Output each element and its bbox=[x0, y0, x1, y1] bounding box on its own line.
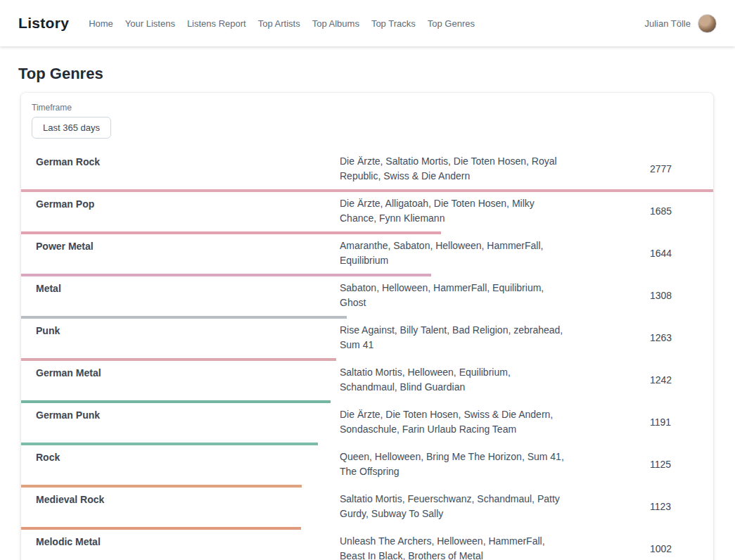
genre-name: German Metal bbox=[36, 365, 340, 381]
app-logo[interactable]: Listory bbox=[18, 15, 69, 32]
nav-item-your-listens[interactable]: Your Listens bbox=[125, 18, 175, 29]
genre-row: Melodic Metal Unleash The Archers, Hello… bbox=[21, 530, 713, 560]
genre-name: Medieval Rock bbox=[36, 492, 340, 507]
genre-name: German Pop bbox=[36, 196, 340, 212]
genre-row: Power Metal Amaranthe, Sabaton, Hellowee… bbox=[21, 234, 713, 276]
timeframe-section: Timeframe Last 365 days bbox=[21, 103, 713, 139]
genre-top-artists: Unleash The Archers, Helloween, HammerFa… bbox=[340, 534, 565, 560]
genre-listen-count: 1263 bbox=[650, 332, 699, 343]
genre-listen-count: 1685 bbox=[650, 205, 699, 217]
genre-top-artists: Die Ärzte, Die Toten Hosen, Swiss & Die … bbox=[340, 407, 565, 437]
top-navbar: Listory Home Your Listens Listens Report… bbox=[0, 0, 735, 46]
genre-name: Rock bbox=[36, 450, 340, 465]
genre-listen-count: 1125 bbox=[650, 459, 699, 470]
genre-rows: German Rock Die Ärzte, Saltatio Mortis, … bbox=[21, 150, 713, 560]
genre-name: Metal bbox=[36, 281, 340, 296]
genre-listen-count: 1191 bbox=[650, 416, 699, 428]
genre-row: Medieval Rock Saltatio Mortis, Feuerschw… bbox=[21, 488, 713, 530]
genre-row: German Rock Die Ärzte, Saltatio Mortis, … bbox=[21, 150, 713, 192]
user-menu[interactable]: Julian Tölle bbox=[644, 14, 717, 33]
genre-listen-count: 2777 bbox=[650, 163, 699, 174]
genre-row: Metal Sabaton, Helloween, HammerFall, Eq… bbox=[21, 276, 713, 319]
timeframe-select[interactable]: Last 365 days bbox=[32, 117, 111, 139]
genre-name: German Punk bbox=[36, 407, 340, 423]
genre-top-artists: Queen, Helloween, Bring Me The Horizon, … bbox=[340, 450, 565, 479]
genre-listen-count: 1123 bbox=[650, 501, 699, 512]
nav-item-top-artists[interactable]: Top Artists bbox=[258, 18, 300, 29]
user-name: Julian Tölle bbox=[644, 18, 691, 29]
genre-top-artists: Sabaton, Helloween, HammerFall, Equilibr… bbox=[340, 281, 565, 310]
nav-links: Home Your Listens Listens Report Top Art… bbox=[89, 18, 644, 29]
genre-top-artists: Saltatio Mortis, Helloween, Equilibrium,… bbox=[340, 365, 565, 395]
genre-listen-count: 1644 bbox=[650, 248, 699, 259]
genre-top-artists: Saltatio Mortis, Feuerschwanz, Schandmau… bbox=[340, 492, 565, 521]
nav-item-top-albums[interactable]: Top Albums bbox=[312, 18, 359, 29]
genre-name: Punk bbox=[36, 323, 340, 338]
timeframe-label: Timeframe bbox=[32, 103, 703, 113]
genre-row: German Metal Saltatio Mortis, Helloween,… bbox=[21, 361, 713, 403]
genre-top-artists: Die Ärzte, Saltatio Mortis, Die Toten Ho… bbox=[340, 154, 565, 184]
nav-item-listens-report[interactable]: Listens Report bbox=[187, 18, 246, 29]
top-genres-card: Timeframe Last 365 days German Rock Die … bbox=[21, 93, 713, 560]
genre-name: Power Metal bbox=[36, 238, 340, 254]
user-avatar[interactable] bbox=[698, 14, 717, 33]
genre-row: Punk Rise Against, Billy Talent, Bad Rel… bbox=[21, 319, 713, 361]
genre-listen-count: 1242 bbox=[650, 374, 699, 386]
nav-item-top-tracks[interactable]: Top Tracks bbox=[371, 18, 416, 29]
nav-item-home[interactable]: Home bbox=[89, 18, 113, 29]
genre-row: German Pop Die Ärzte, Alligatoah, Die To… bbox=[21, 192, 713, 234]
nav-item-top-genres[interactable]: Top Genres bbox=[428, 18, 475, 29]
page-title: Top Genres bbox=[18, 65, 735, 83]
genre-top-artists: Rise Against, Billy Talent, Bad Religion… bbox=[340, 323, 565, 352]
genre-row: German Punk Die Ärzte, Die Toten Hosen, … bbox=[21, 403, 713, 445]
genre-name: Melodic Metal bbox=[36, 534, 340, 549]
genre-name: German Rock bbox=[36, 154, 340, 170]
genre-listen-count: 1308 bbox=[650, 290, 699, 301]
genre-row: Rock Queen, Helloween, Bring Me The Hori… bbox=[21, 445, 713, 488]
genre-top-artists: Amaranthe, Sabaton, Helloween, HammerFal… bbox=[340, 238, 565, 268]
genre-listen-count: 1002 bbox=[650, 543, 699, 554]
genre-top-artists: Die Ärzte, Alligatoah, Die Toten Hosen, … bbox=[340, 196, 565, 226]
